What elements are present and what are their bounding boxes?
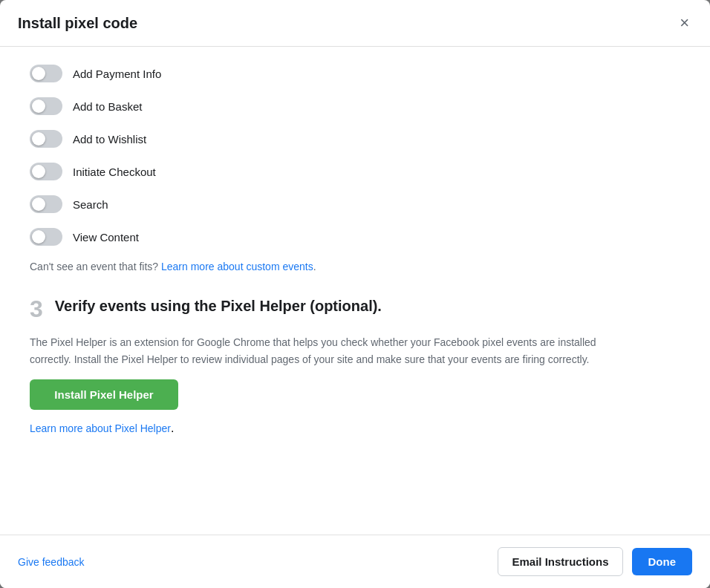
install-pixel-helper-button[interactable]: Install Pixel Helper (30, 379, 178, 410)
toggle-view-content[interactable] (30, 228, 62, 246)
modal-header: Install pixel code × (0, 0, 710, 47)
toggle-add-wishlist-label: Add to Wishlist (73, 133, 146, 146)
section-3-number: 3 (30, 296, 43, 322)
modal-body: Add Payment Info Add to Basket Add to Wi… (0, 47, 710, 535)
modal: Install pixel code × Add Payment Info (0, 0, 710, 588)
close-button[interactable]: × (677, 12, 692, 34)
toggle-add-wishlist-track (30, 130, 62, 148)
toggle-add-payment[interactable] (30, 65, 62, 82)
section-3-description: The Pixel Helper is an extension for Goo… (30, 334, 624, 368)
custom-events-text: Can't see an event that fits? Learn more… (30, 261, 680, 272)
toggle-initiate-checkout[interactable] (30, 163, 62, 180)
section-3-title: Verify events using the Pixel Helper (op… (55, 296, 382, 316)
toggle-initiate-checkout-label: Initiate Checkout (73, 166, 156, 178)
custom-events-link[interactable]: Learn more about custom events (161, 261, 313, 272)
learn-more-pixel-helper-link[interactable]: Learn more about Pixel Helper (30, 422, 171, 434)
give-feedback-link[interactable]: Give feedback (18, 556, 85, 568)
toggle-row-search: Search (30, 195, 680, 213)
custom-events-suffix: . (313, 261, 316, 272)
learn-more-suffix: . (171, 422, 174, 434)
toggle-add-basket-label: Add to Basket (73, 100, 142, 113)
section-3: 3 Verify events using the Pixel Helper (… (30, 296, 680, 435)
section-3-header: 3 Verify events using the Pixel Helper (… (30, 296, 680, 322)
toggle-view-content-track (30, 228, 62, 246)
toggle-row-view-content: View Content (30, 228, 680, 246)
toggle-row-add-basket: Add to Basket (30, 97, 680, 115)
done-button[interactable]: Done (632, 548, 693, 575)
toggle-row-initiate-checkout: Initiate Checkout (30, 163, 680, 180)
toggle-list: Add Payment Info Add to Basket Add to Wi… (30, 65, 680, 246)
learn-more-pixel-helper-wrapper: Learn more about Pixel Helper. (30, 422, 680, 435)
toggle-add-basket-track (30, 97, 62, 115)
toggle-search-label: Search (73, 198, 108, 211)
custom-events-prefix: Can't see an event that fits? (30, 261, 158, 272)
email-instructions-button[interactable]: Email Instructions (498, 547, 622, 576)
toggle-view-content-label: View Content (73, 231, 139, 244)
modal-footer: Give feedback Email Instructions Done (0, 535, 710, 588)
toggle-row-add-wishlist: Add to Wishlist (30, 130, 680, 148)
toggle-add-payment-track (30, 65, 62, 82)
modal-overlay: Install pixel code × Add Payment Info (0, 0, 710, 588)
toggle-add-wishlist[interactable] (30, 130, 62, 148)
toggle-add-basket[interactable] (30, 97, 62, 115)
toggle-row-add-payment: Add Payment Info (30, 65, 680, 82)
toggle-add-payment-label: Add Payment Info (73, 68, 161, 80)
modal-title: Install pixel code (18, 15, 137, 32)
footer-buttons: Email Instructions Done (498, 547, 692, 576)
toggle-search-track (30, 195, 62, 213)
install-pixel-helper-btn-wrapper: Install Pixel Helper (30, 379, 680, 410)
toggle-initiate-checkout-track (30, 163, 62, 180)
toggle-search[interactable] (30, 195, 62, 213)
